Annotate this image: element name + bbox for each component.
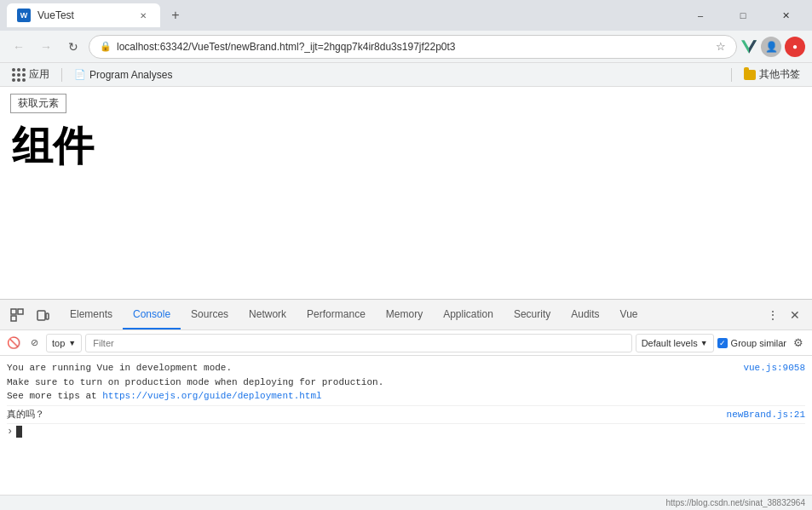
console-message-custom: newBrand.js:21 真的吗？ xyxy=(7,406,805,425)
devtools-more-button[interactable]: ⋮ xyxy=(763,305,783,325)
bookmark-file-icon: 📄 xyxy=(74,69,86,80)
console-text-line2: Make sure to turn on production mode whe… xyxy=(7,377,383,387)
bookmarks-right: 其他书签 xyxy=(731,66,805,83)
browser-titlebar: W VueTest ✕ + – □ ✕ xyxy=(0,0,812,31)
status-bar: https://blog.csdn.net/sinat_38832964 xyxy=(0,495,812,510)
minimize-button[interactable]: – xyxy=(681,3,720,27)
devtools-side-icons xyxy=(0,305,60,325)
back-button[interactable]: ← xyxy=(7,35,31,59)
browser-tab[interactable]: W VueTest ✕ xyxy=(7,3,160,27)
get-element-button[interactable]: 获取元素 xyxy=(10,94,66,113)
page-heading: 组件 xyxy=(12,119,802,174)
console-settings-button[interactable]: ⚙ xyxy=(790,335,807,352)
devtools-header: Elements Console Sources Network Perform… xyxy=(0,300,812,330)
tab-audits[interactable]: Audits xyxy=(561,300,609,329)
tab-network[interactable]: Network xyxy=(239,300,297,329)
address-bar-icons: ☆ xyxy=(716,40,726,53)
svg-rect-2 xyxy=(11,309,16,314)
svg-rect-6 xyxy=(46,313,49,319)
status-url-hint: https://blog.csdn.net/sinat_38832964 xyxy=(666,498,805,507)
lock-icon: 🔒 xyxy=(100,41,112,52)
tab-security[interactable]: Security xyxy=(504,300,561,329)
bookmarks-divider xyxy=(61,68,62,82)
console-toolbar-left: 🚫 ⊘ xyxy=(5,335,43,352)
forward-button[interactable]: → xyxy=(34,35,58,59)
right-divider xyxy=(731,68,732,82)
console-toolbar: 🚫 ⊘ top ▼ Default levels ▼ ✓ Group simil… xyxy=(0,330,812,356)
refresh-button[interactable]: ↻ xyxy=(61,35,85,59)
new-tab-button[interactable]: + xyxy=(164,3,187,27)
console-message-vue: vue.js:9058 You are running Vue in devel… xyxy=(7,359,805,406)
console-text-custom: 真的吗？ xyxy=(7,410,44,420)
devtools-tabs: Elements Console Sources Network Perform… xyxy=(60,300,756,329)
checkbox-checked-icon: ✓ xyxy=(717,338,728,348)
apps-button[interactable]: 应用 xyxy=(7,66,55,83)
tab-elements[interactable]: Elements xyxy=(60,300,123,329)
console-text-line1: You are running Vue in development mode. xyxy=(7,363,232,373)
vue-source-link[interactable]: vue.js:9058 xyxy=(743,361,805,375)
window-controls: – □ ✕ xyxy=(681,3,805,27)
group-similar-label: Group similar xyxy=(731,338,786,348)
console-prompt: › xyxy=(7,426,13,438)
svg-rect-5 xyxy=(37,311,45,320)
console-clear-button[interactable]: ⊘ xyxy=(26,335,43,352)
default-levels-selector[interactable]: Default levels ▼ xyxy=(636,334,714,352)
newbrand-source-link[interactable]: newBrand.js:21 xyxy=(727,408,805,422)
console-stop-button[interactable]: 🚫 xyxy=(5,335,22,352)
default-levels-label: Default levels xyxy=(642,338,698,348)
url-text: localhost:63342/VueTest/newBrand.html?_i… xyxy=(117,41,711,53)
page-content: 获取元素 组件 xyxy=(0,87,812,299)
console-filter-input[interactable] xyxy=(85,334,631,352)
address-bar-container: ← → ↻ 🔒 localhost:63342/VueTest/newBrand… xyxy=(0,31,812,63)
extension-icon[interactable]: ● xyxy=(785,37,805,57)
svg-rect-4 xyxy=(11,316,16,321)
devtools-right-icons: ⋮ ✕ xyxy=(756,305,812,325)
tab-sources[interactable]: Sources xyxy=(181,300,239,329)
apps-grid-icon xyxy=(12,68,26,82)
tab-favicon: W xyxy=(17,9,31,22)
star-icon[interactable]: ☆ xyxy=(716,40,726,53)
tab-close-button[interactable]: ✕ xyxy=(136,9,150,22)
tab-vue[interactable]: Vue xyxy=(610,300,648,329)
maximize-button[interactable]: □ xyxy=(723,3,763,27)
tab-performance[interactable]: Performance xyxy=(297,300,376,329)
levels-dropdown-icon: ▼ xyxy=(700,339,708,347)
context-label: top xyxy=(52,338,65,348)
tab-memory[interactable]: Memory xyxy=(376,300,433,329)
folder-icon xyxy=(744,70,756,80)
other-bookmarks-label: 其他书签 xyxy=(759,67,800,82)
bookmark-label: Program Analyses xyxy=(89,69,172,81)
device-toggle-button[interactable] xyxy=(32,305,53,325)
tab-title: VueTest xyxy=(37,9,74,21)
profile-icon[interactable]: 👤 xyxy=(761,37,781,57)
console-text-line3-prefix: See more tips at xyxy=(7,391,102,401)
bookmark-program-analyses[interactable]: 📄 Program Analyses xyxy=(69,67,177,83)
group-similar-checkbox[interactable]: ✓ Group similar xyxy=(717,338,786,348)
console-input-row[interactable]: › xyxy=(7,424,805,439)
svg-marker-1 xyxy=(749,40,757,54)
close-window-button[interactable]: ✕ xyxy=(766,3,805,27)
devtools-close-button[interactable]: ✕ xyxy=(785,305,805,325)
console-cursor xyxy=(16,426,22,438)
devtools-panel: Elements Console Sources Network Perform… xyxy=(0,299,812,495)
tab-console[interactable]: Console xyxy=(123,300,181,329)
other-bookmarks[interactable]: 其他书签 xyxy=(739,66,805,83)
console-output: vue.js:9058 You are running Vue in devel… xyxy=(0,356,812,495)
url-bar[interactable]: 🔒 localhost:63342/VueTest/newBrand.html?… xyxy=(89,35,737,59)
deployment-link[interactable]: https://vuejs.org/guide/deployment.html xyxy=(102,391,321,401)
bookmarks-bar: 应用 📄 Program Analyses 其他书签 xyxy=(0,63,812,87)
addressbar-right-section: 👤 ● xyxy=(740,37,805,57)
context-selector[interactable]: top ▼ xyxy=(46,334,82,352)
apps-label: 应用 xyxy=(29,67,49,82)
tab-application[interactable]: Application xyxy=(433,300,504,329)
svg-rect-3 xyxy=(18,309,23,314)
vuejs-extension-icon[interactable] xyxy=(740,38,757,55)
inspect-element-button[interactable] xyxy=(7,305,27,325)
context-dropdown-icon: ▼ xyxy=(68,339,76,347)
